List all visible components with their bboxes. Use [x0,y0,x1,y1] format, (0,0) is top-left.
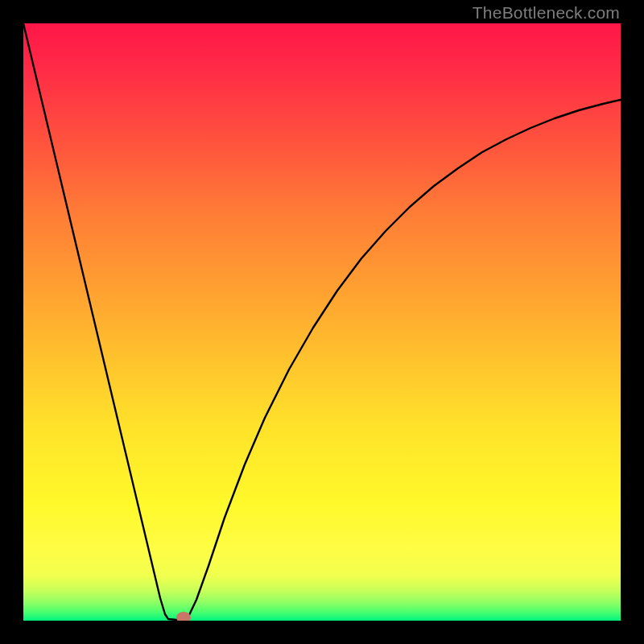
vertex-marker-dot [176,612,191,621]
watermark-text: TheBottleneck.com [473,3,620,23]
chart-frame: TheBottleneck.com [0,0,644,644]
plot-area [23,23,621,621]
bottleneck-curve [23,23,621,621]
